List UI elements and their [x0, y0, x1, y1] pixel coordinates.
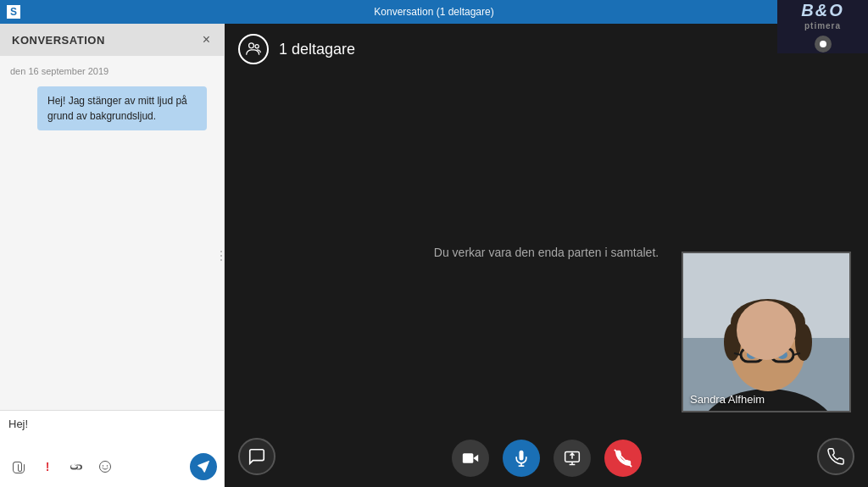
title-bar: S Konversation (1 deltagare) B&O ptimera	[0, 0, 868, 24]
mic-icon	[513, 450, 530, 467]
dialpad-button[interactable]	[817, 438, 854, 475]
controls-bar	[225, 429, 868, 487]
mic-button[interactable]	[503, 440, 540, 477]
send-icon	[198, 461, 209, 473]
bo-sub: ptimera	[804, 21, 841, 30]
solo-message: Du verkar vara den enda parten i samtale…	[434, 246, 659, 259]
input-field-row: Hej!	[0, 411, 224, 450]
message-input[interactable]: Hej!	[8, 418, 215, 443]
svg-point-3	[249, 43, 254, 48]
panel-title: KONVERSATION	[12, 34, 105, 47]
svg-point-2	[107, 465, 108, 467]
share-screen-button[interactable]	[554, 440, 591, 477]
bo-text: B&O	[801, 1, 843, 20]
emoji-icon	[98, 460, 112, 473]
emoji-button[interactable]	[93, 455, 117, 479]
input-area: Hej! !	[0, 410, 224, 487]
camera-button[interactable]	[452, 440, 489, 477]
camera-icon	[462, 450, 479, 467]
app-icon: S	[7, 5, 20, 19]
svg-point-4	[255, 45, 259, 48]
video-header: 1 deltagare	[225, 24, 868, 75]
attachment-icon	[12, 460, 25, 473]
svg-point-11	[724, 324, 741, 361]
bo-badge: B&O ptimera	[777, 0, 868, 53]
window-title: Konversation (1 deltagare)	[374, 6, 493, 18]
panel-header: KONVERSATION ×	[0, 24, 224, 56]
svg-point-10	[731, 299, 805, 346]
svg-point-1	[103, 465, 104, 467]
svg-point-0	[100, 462, 111, 473]
svg-rect-6	[683, 253, 851, 338]
chat-icon	[248, 447, 266, 466]
video-main: Du verkar vara den enda parten i samtale…	[225, 75, 868, 429]
self-view-video	[683, 253, 849, 411]
link-button[interactable]	[64, 455, 88, 479]
chat-toggle-button[interactable]	[238, 438, 275, 475]
participants-icon	[238, 34, 269, 64]
input-toolbar: !	[0, 450, 224, 487]
svg-point-12	[795, 324, 812, 361]
important-icon: !	[46, 460, 50, 473]
svg-point-19	[777, 351, 787, 359]
video-panel: 1 deltagare Du verkar vara den enda part…	[225, 24, 868, 487]
close-panel-button[interactable]: ×	[201, 32, 212, 47]
resize-handle[interactable]	[219, 239, 224, 273]
main-content: KONVERSATION × den 16 september 2019 Hej…	[0, 24, 868, 487]
self-view-name: Sandra Alfheim	[690, 393, 765, 406]
chat-bubble: Hej! Jag stänger av mitt ljud på grund a…	[37, 86, 207, 130]
link-icon	[70, 460, 83, 473]
conversation-panel: KONVERSATION × den 16 september 2019 Hej…	[0, 24, 225, 487]
svg-rect-20	[462, 453, 473, 463]
dialpad-icon	[826, 447, 845, 466]
send-button[interactable]	[190, 453, 217, 480]
record-indicator	[815, 36, 832, 53]
group-icon	[245, 41, 262, 58]
attachment-button[interactable]	[7, 455, 31, 479]
person-silhouette	[683, 253, 851, 412]
self-view: Sandra Alfheim	[682, 252, 851, 412]
share-screen-icon	[564, 450, 581, 467]
end-call-icon	[614, 449, 632, 468]
date-label: den 16 september 2019	[10, 66, 214, 76]
svg-point-18	[747, 351, 757, 359]
chat-area: den 16 september 2019 Hej! Jag stänger a…	[0, 56, 224, 410]
important-button[interactable]: !	[36, 455, 59, 479]
end-call-button[interactable]	[604, 440, 642, 477]
participants-label: 1 deltagare	[279, 41, 355, 58]
app-icon-letter: S	[10, 6, 17, 18]
svg-line-24	[614, 450, 631, 467]
